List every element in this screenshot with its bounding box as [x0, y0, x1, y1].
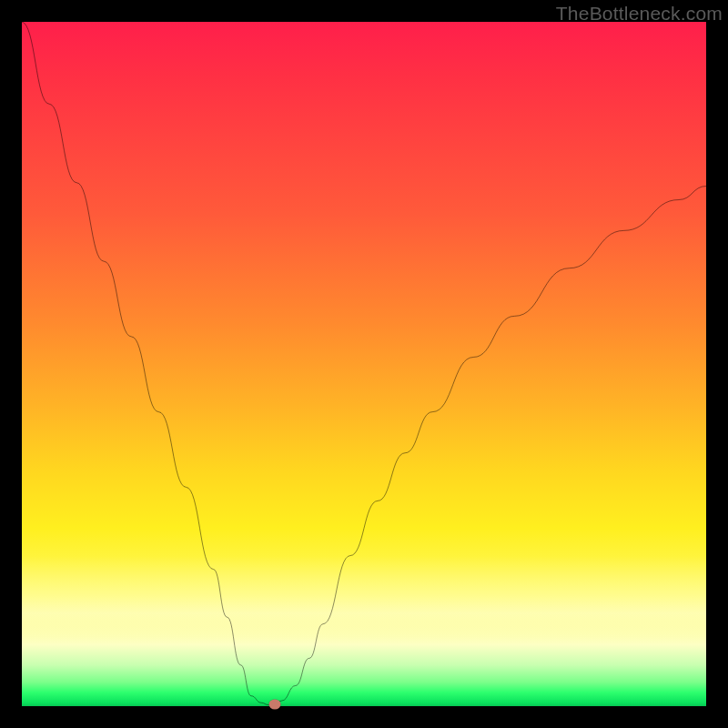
chart-frame: TheBottleneck.com: [0, 0, 728, 728]
optimum-marker: [269, 699, 281, 709]
bottleneck-curve: [22, 22, 706, 706]
plot-area: [22, 22, 706, 706]
watermark-text: TheBottleneck.com: [556, 3, 723, 25]
